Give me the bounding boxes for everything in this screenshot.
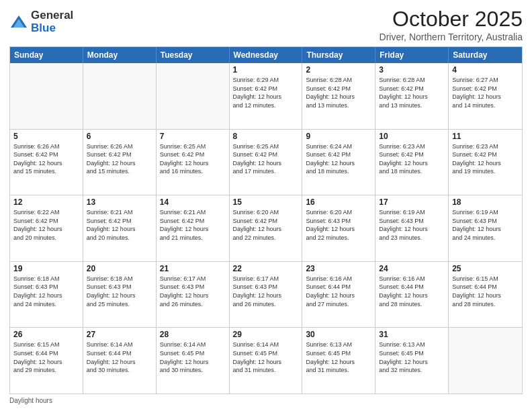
calendar-cell: 20Sunrise: 6:18 AM Sunset: 6:43 PM Dayli… [83, 262, 157, 328]
calendar-cell: 15Sunrise: 6:20 AM Sunset: 6:42 PM Dayli… [230, 195, 303, 261]
calendar-cell: 13Sunrise: 6:21 AM Sunset: 6:42 PM Dayli… [83, 195, 157, 261]
day-number: 21 [160, 264, 226, 273]
calendar-cell: 29Sunrise: 6:14 AM Sunset: 6:45 PM Dayli… [230, 328, 303, 394]
cell-info: Sunrise: 6:15 AM Sunset: 6:44 PM Dayligh… [13, 340, 79, 374]
cell-info: Sunrise: 6:13 AM Sunset: 6:45 PM Dayligh… [379, 340, 445, 374]
calendar: SundayMondayTuesdayWednesdayThursdayFrid… [9, 46, 523, 394]
calendar-cell: 1Sunrise: 6:29 AM Sunset: 6:42 PM Daylig… [230, 63, 303, 129]
day-number: 25 [452, 264, 519, 273]
calendar-header: SundayMondayTuesdayWednesdayThursdayFrid… [10, 47, 522, 63]
cell-info: Sunrise: 6:13 AM Sunset: 6:45 PM Dayligh… [306, 340, 371, 374]
cell-info: Sunrise: 6:20 AM Sunset: 6:43 PM Dayligh… [306, 208, 371, 242]
calendar-cell: 4Sunrise: 6:27 AM Sunset: 6:42 PM Daylig… [449, 63, 522, 129]
month-title: October 2025 [380, 7, 523, 32]
calendar-cell: 22Sunrise: 6:17 AM Sunset: 6:43 PM Dayli… [230, 262, 303, 328]
weekday-header: Sunday [10, 47, 83, 63]
cell-info: Sunrise: 6:25 AM Sunset: 6:42 PM Dayligh… [233, 142, 299, 176]
day-number: 23 [306, 264, 371, 273]
calendar-cell [157, 63, 230, 129]
cell-info: Sunrise: 6:14 AM Sunset: 6:44 PM Dayligh… [87, 340, 152, 374]
day-number: 6 [87, 132, 152, 141]
day-number: 5 [13, 132, 79, 141]
calendar-cell: 31Sunrise: 6:13 AM Sunset: 6:45 PM Dayli… [375, 328, 449, 394]
calendar-cell: 9Sunrise: 6:24 AM Sunset: 6:42 PM Daylig… [302, 130, 375, 195]
day-number: 26 [13, 330, 79, 339]
calendar-row: 26Sunrise: 6:15 AM Sunset: 6:44 PM Dayli… [10, 327, 522, 394]
logo-icon [9, 13, 28, 32]
calendar-cell: 11Sunrise: 6:23 AM Sunset: 6:42 PM Dayli… [449, 130, 522, 195]
day-number: 24 [379, 264, 445, 273]
day-number: 28 [160, 330, 226, 339]
cell-info: Sunrise: 6:18 AM Sunset: 6:43 PM Dayligh… [87, 275, 152, 308]
header: General Blue October 2025 Driver, Northe… [9, 7, 523, 42]
weekday-header: Saturday [449, 47, 522, 63]
cell-info: Sunrise: 6:16 AM Sunset: 6:44 PM Dayligh… [306, 275, 371, 308]
logo-blue: Blue [31, 22, 73, 35]
cell-info: Sunrise: 6:25 AM Sunset: 6:42 PM Dayligh… [160, 142, 226, 176]
day-number: 22 [233, 264, 299, 273]
logo-text: General Blue [31, 9, 73, 34]
day-number: 30 [306, 330, 371, 339]
calendar-cell: 27Sunrise: 6:14 AM Sunset: 6:44 PM Dayli… [83, 328, 157, 394]
calendar-cell: 8Sunrise: 6:25 AM Sunset: 6:42 PM Daylig… [230, 130, 303, 195]
calendar-row: 1Sunrise: 6:29 AM Sunset: 6:42 PM Daylig… [10, 63, 522, 129]
day-number: 18 [452, 197, 519, 207]
calendar-body: 1Sunrise: 6:29 AM Sunset: 6:42 PM Daylig… [10, 63, 522, 394]
cell-info: Sunrise: 6:19 AM Sunset: 6:43 PM Dayligh… [452, 208, 519, 242]
calendar-row: 12Sunrise: 6:22 AM Sunset: 6:42 PM Dayli… [10, 195, 522, 261]
calendar-cell: 10Sunrise: 6:23 AM Sunset: 6:42 PM Dayli… [375, 130, 449, 195]
cell-info: Sunrise: 6:20 AM Sunset: 6:42 PM Dayligh… [233, 208, 299, 242]
day-number: 7 [160, 132, 226, 141]
cell-info: Sunrise: 6:17 AM Sunset: 6:43 PM Dayligh… [160, 275, 226, 308]
calendar-cell: 25Sunrise: 6:15 AM Sunset: 6:44 PM Dayli… [449, 262, 522, 328]
daylight-label: Daylight hours [9, 397, 52, 404]
calendar-row: 5Sunrise: 6:26 AM Sunset: 6:42 PM Daylig… [10, 129, 522, 195]
calendar-cell: 28Sunrise: 6:14 AM Sunset: 6:45 PM Dayli… [157, 328, 230, 394]
cell-info: Sunrise: 6:17 AM Sunset: 6:43 PM Dayligh… [233, 275, 299, 308]
day-number: 10 [379, 132, 445, 141]
calendar-cell: 17Sunrise: 6:19 AM Sunset: 6:43 PM Dayli… [375, 195, 449, 261]
calendar-cell: 23Sunrise: 6:16 AM Sunset: 6:44 PM Dayli… [302, 262, 375, 328]
day-number: 8 [233, 132, 299, 141]
day-number: 12 [13, 197, 79, 207]
calendar-cell: 14Sunrise: 6:21 AM Sunset: 6:42 PM Dayli… [157, 195, 230, 261]
cell-info: Sunrise: 6:29 AM Sunset: 6:42 PM Dayligh… [233, 76, 299, 109]
cell-info: Sunrise: 6:19 AM Sunset: 6:43 PM Dayligh… [379, 208, 445, 242]
cell-info: Sunrise: 6:24 AM Sunset: 6:42 PM Dayligh… [306, 142, 371, 176]
day-number: 1 [233, 65, 299, 75]
calendar-cell: 6Sunrise: 6:26 AM Sunset: 6:42 PM Daylig… [83, 130, 157, 195]
calendar-cell: 21Sunrise: 6:17 AM Sunset: 6:43 PM Dayli… [157, 262, 230, 328]
day-number: 29 [233, 330, 299, 339]
location-subtitle: Driver, Northern Territory, Australia [380, 32, 523, 42]
calendar-cell: 30Sunrise: 6:13 AM Sunset: 6:45 PM Dayli… [302, 328, 375, 394]
calendar-cell: 16Sunrise: 6:20 AM Sunset: 6:43 PM Dayli… [302, 195, 375, 261]
weekday-header: Wednesday [230, 47, 303, 63]
calendar-cell [449, 328, 522, 394]
logo-general: General [31, 9, 73, 22]
day-number: 9 [306, 132, 371, 141]
day-number: 11 [452, 132, 519, 141]
cell-info: Sunrise: 6:14 AM Sunset: 6:45 PM Dayligh… [233, 340, 299, 374]
calendar-cell [10, 63, 83, 129]
calendar-cell [83, 63, 157, 129]
calendar-cell: 24Sunrise: 6:16 AM Sunset: 6:44 PM Dayli… [375, 262, 449, 328]
cell-info: Sunrise: 6:23 AM Sunset: 6:42 PM Dayligh… [452, 142, 519, 176]
cell-info: Sunrise: 6:18 AM Sunset: 6:43 PM Dayligh… [13, 275, 79, 308]
calendar-cell: 19Sunrise: 6:18 AM Sunset: 6:43 PM Dayli… [10, 262, 83, 328]
day-number: 20 [87, 264, 152, 273]
cell-info: Sunrise: 6:14 AM Sunset: 6:45 PM Dayligh… [160, 340, 226, 374]
weekday-header: Friday [375, 47, 449, 63]
calendar-row: 19Sunrise: 6:18 AM Sunset: 6:43 PM Dayli… [10, 261, 522, 328]
day-number: 13 [87, 197, 152, 207]
day-number: 27 [87, 330, 152, 339]
title-block: October 2025 Driver, Northern Territory,… [380, 7, 523, 42]
day-number: 15 [233, 197, 299, 207]
cell-info: Sunrise: 6:22 AM Sunset: 6:42 PM Dayligh… [13, 208, 79, 242]
footer: Daylight hours [9, 397, 523, 404]
calendar-cell: 12Sunrise: 6:22 AM Sunset: 6:42 PM Dayli… [10, 195, 83, 261]
calendar-cell: 18Sunrise: 6:19 AM Sunset: 6:43 PM Dayli… [449, 195, 522, 261]
calendar-cell: 5Sunrise: 6:26 AM Sunset: 6:42 PM Daylig… [10, 130, 83, 195]
day-number: 16 [306, 197, 371, 207]
cell-info: Sunrise: 6:16 AM Sunset: 6:44 PM Dayligh… [379, 275, 445, 308]
page: General Blue October 2025 Driver, Northe… [0, 0, 532, 411]
